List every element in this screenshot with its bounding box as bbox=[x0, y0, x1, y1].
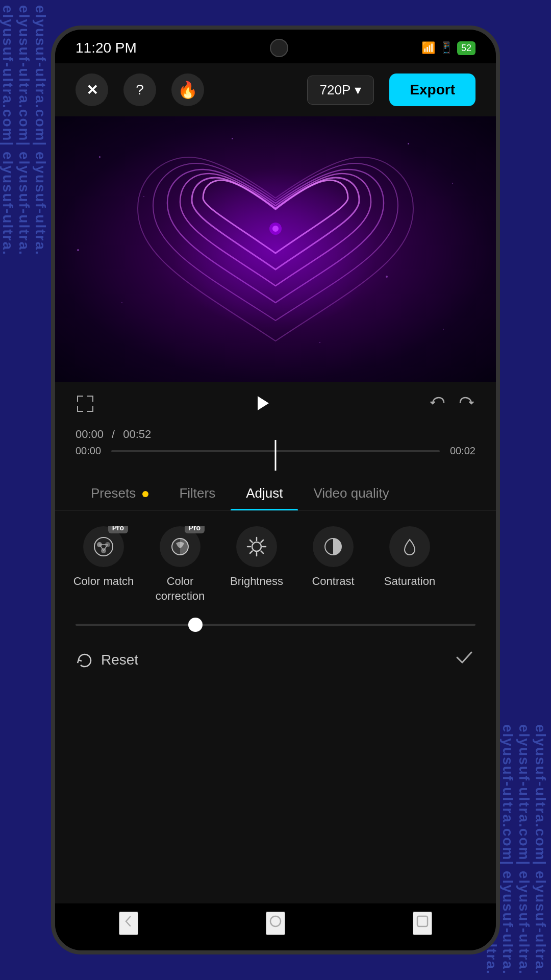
saturation-label: Saturation bbox=[384, 574, 435, 589]
resolution-arrow: ▾ bbox=[355, 82, 361, 98]
color-correction-pro: Pro bbox=[185, 526, 205, 533]
confirm-button[interactable] bbox=[453, 646, 475, 673]
tool-brightness[interactable]: Brightness bbox=[223, 526, 290, 603]
close-button[interactable]: ✕ bbox=[76, 74, 108, 106]
reset-label: Reset bbox=[101, 652, 138, 668]
adjust-tools: Pro Color match Pro bbox=[55, 511, 496, 614]
undo-button[interactable] bbox=[429, 395, 447, 418]
current-time: 00:00 bbox=[76, 428, 104, 441]
presets-dot bbox=[142, 491, 148, 497]
brightness-label: Brightness bbox=[230, 574, 283, 589]
color-correction-icon-wrap: Pro bbox=[160, 526, 201, 567]
color-match-pro: Pro bbox=[108, 526, 128, 533]
help-button[interactable]: ? bbox=[123, 74, 156, 106]
tool-contrast[interactable]: Contrast bbox=[300, 526, 366, 603]
slider-track[interactable] bbox=[76, 624, 475, 626]
help-icon: ? bbox=[136, 82, 144, 98]
slider-thumb[interactable] bbox=[188, 618, 203, 632]
video-controls: 00:00 / 00:52 00:00 00:02 bbox=[55, 382, 496, 471]
tab-video-quality-label: Video quality bbox=[313, 485, 389, 501]
tab-adjust[interactable]: Adjust bbox=[231, 476, 298, 510]
svg-rect-8 bbox=[77, 406, 78, 412]
redo-button[interactable] bbox=[457, 395, 475, 418]
slider-row bbox=[55, 614, 496, 636]
close-icon: ✕ bbox=[86, 82, 98, 99]
tabs-row: Presets Filters Adjust Video quality bbox=[55, 471, 496, 511]
fullscreen-button[interactable] bbox=[76, 394, 95, 418]
contrast-icon bbox=[313, 526, 354, 567]
svg-point-20 bbox=[252, 542, 261, 551]
timeline-marker-1: 00:00 bbox=[76, 445, 101, 457]
tool-saturation[interactable]: Saturation bbox=[377, 526, 443, 603]
saturation-icon bbox=[389, 526, 430, 567]
tab-video-quality[interactable]: Video quality bbox=[298, 476, 404, 510]
tab-filters[interactable]: Filters bbox=[164, 476, 231, 510]
color-correction-label: Color correction bbox=[156, 574, 205, 603]
tab-filters-label: Filters bbox=[179, 485, 215, 501]
signal-icon: 📱 bbox=[439, 41, 453, 55]
play-button[interactable] bbox=[251, 392, 273, 420]
resolution-button[interactable]: 720P ▾ bbox=[307, 76, 374, 105]
status-icons: 📶 📱 52 bbox=[421, 41, 475, 55]
export-button[interactable]: Export bbox=[389, 74, 475, 106]
svg-line-26 bbox=[261, 551, 264, 554]
color-match-label: Color match bbox=[73, 574, 134, 589]
tab-presets[interactable]: Presets bbox=[76, 476, 164, 510]
heart-visual bbox=[55, 116, 496, 382]
nav-home[interactable] bbox=[266, 912, 285, 935]
svg-rect-6 bbox=[92, 396, 93, 402]
resolution-label: 720P bbox=[320, 82, 351, 98]
timeline-track[interactable] bbox=[111, 450, 440, 452]
svg-rect-31 bbox=[417, 916, 428, 926]
contrast-label: Contrast bbox=[312, 574, 354, 589]
fire-button[interactable]: 🔥 bbox=[171, 74, 204, 106]
nav-recents[interactable] bbox=[413, 912, 432, 935]
tools-scroll: Pro Color match Pro bbox=[70, 526, 481, 608]
svg-marker-11 bbox=[258, 396, 269, 410]
status-time: 11:20 PM bbox=[76, 40, 137, 56]
svg-rect-4 bbox=[77, 396, 78, 402]
color-match-icon-wrap: Pro bbox=[83, 526, 124, 567]
contrast-icon-wrap bbox=[313, 526, 354, 567]
time-separator: / bbox=[112, 428, 115, 441]
tab-presets-label: Presets bbox=[91, 485, 136, 501]
camera-notch bbox=[270, 39, 288, 57]
video-preview bbox=[55, 116, 496, 382]
brightness-icon bbox=[236, 526, 277, 567]
top-toolbar: ✕ ? 🔥 720P ▾ Export bbox=[55, 63, 496, 116]
nav-back[interactable] bbox=[119, 912, 138, 935]
timeline-marker-2: 00:02 bbox=[450, 445, 475, 457]
svg-line-25 bbox=[250, 540, 253, 543]
tab-adjust-label: Adjust bbox=[246, 485, 283, 501]
wifi-icon: 📶 bbox=[421, 41, 435, 55]
battery-badge: 52 bbox=[457, 41, 475, 55]
phone-frame: 11:20 PM 📶 📱 52 ✕ ? 🔥 720P ▾ Export bbox=[51, 26, 500, 954]
reset-button[interactable]: Reset bbox=[76, 651, 138, 669]
svg-point-2 bbox=[148, 137, 403, 341]
svg-rect-10 bbox=[92, 406, 93, 412]
brightness-icon-wrap bbox=[236, 526, 277, 567]
bottom-actions: Reset bbox=[55, 636, 496, 689]
total-time: 00:52 bbox=[123, 428, 151, 441]
system-nav-bar bbox=[55, 903, 496, 950]
tool-color-match[interactable]: Pro Color match bbox=[70, 526, 137, 603]
tool-color-correction[interactable]: Pro Color correction bbox=[147, 526, 213, 603]
svg-line-28 bbox=[250, 551, 253, 554]
status-bar: 11:20 PM 📶 📱 52 bbox=[55, 30, 496, 63]
svg-line-27 bbox=[261, 540, 264, 543]
saturation-icon-wrap bbox=[389, 526, 430, 567]
fire-icon: 🔥 bbox=[178, 80, 198, 100]
svg-point-30 bbox=[270, 916, 281, 926]
timeline-cursor bbox=[275, 440, 277, 471]
